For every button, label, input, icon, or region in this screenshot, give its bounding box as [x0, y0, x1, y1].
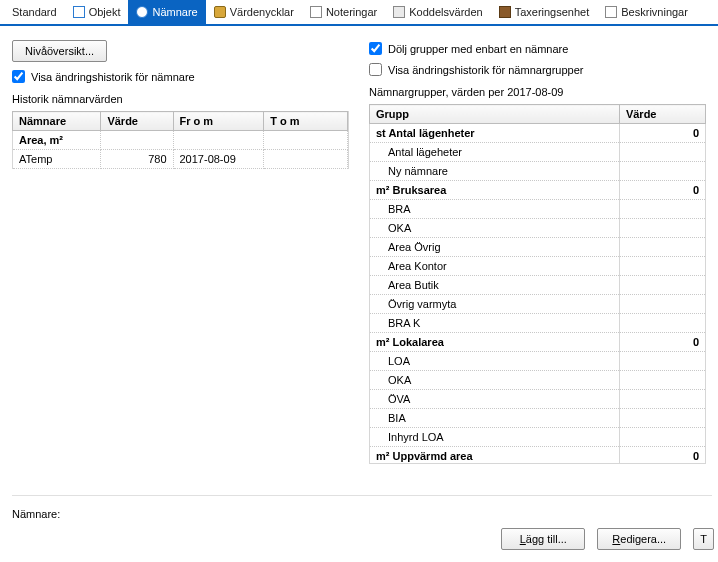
table-row[interactable]: ÖVA [370, 390, 706, 409]
table-row[interactable]: m² Lokalarea0 [370, 333, 706, 352]
table-row[interactable]: Area Övrig [370, 238, 706, 257]
table-row[interactable]: Area Kontor [370, 257, 706, 276]
grid-icon [393, 6, 405, 18]
table-row[interactable]: Antal lägeheter [370, 143, 706, 162]
table-cell: LOA [370, 352, 620, 371]
table-cell: Area Butik [370, 276, 620, 295]
tab-namnare[interactable]: Nämnare [128, 0, 205, 24]
document-icon [73, 6, 85, 18]
table-cell [619, 390, 705, 409]
left-panel: Nivåöversikt... Visa ändringshistorik fö… [12, 40, 349, 464]
nivaoversikt-button[interactable]: Nivåöversikt... [12, 40, 107, 62]
table-cell: 0 [619, 181, 705, 200]
tab-bar: Standard Objekt Nämnare Värdenycklar Not… [0, 0, 718, 26]
table-cell: m² Uppvärmd area [370, 447, 620, 465]
tab-standard[interactable]: Standard [4, 0, 65, 24]
historik-table: Nämnare Värde Fr o m T o m Area, m²ATemp… [12, 111, 348, 169]
col-grupp-varde[interactable]: Värde [619, 105, 705, 124]
tab-taxeringsenhet-label: Taxeringsenhet [515, 6, 590, 18]
table-cell: 0 [619, 124, 705, 143]
table-cell [619, 257, 705, 276]
box-icon [499, 6, 511, 18]
table-cell [619, 295, 705, 314]
table-cell [619, 162, 705, 181]
table-cell [619, 428, 705, 447]
col-namnare[interactable]: Nämnare [13, 112, 101, 131]
note-icon [310, 6, 322, 18]
bottom-bar: Nämnare: Lägg till... Redigera... T [12, 508, 718, 550]
table-cell: ATemp [13, 150, 101, 169]
table-row[interactable]: BRA [370, 200, 706, 219]
table-cell: m² Bruksarea [370, 181, 620, 200]
table-cell: Area Övrig [370, 238, 620, 257]
tab-noteringar[interactable]: Noteringar [302, 0, 385, 24]
table-row[interactable]: OKA [370, 371, 706, 390]
table-cell: Area Kontor [370, 257, 620, 276]
tab-vardenycklar[interactable]: Värdenycklar [206, 0, 302, 24]
tab-standard-label: Standard [12, 6, 57, 18]
table-cell [619, 143, 705, 162]
table-cell [173, 131, 264, 150]
table-cell [619, 200, 705, 219]
checkbox-dolj-grupper-input[interactable] [369, 42, 382, 55]
checkbox-historik-grupper-label: Visa ändringshistorik för nämnargrupper [388, 64, 583, 76]
right-section-title: Nämnargrupper, värden per 2017-08-09 [369, 86, 706, 98]
table-cell [619, 352, 705, 371]
col-tom[interactable]: T o m [264, 112, 348, 131]
table-row[interactable]: Ny nämnare [370, 162, 706, 181]
checkbox-dolj-grupper[interactable]: Dölj grupper med enbart en nämnare [369, 42, 706, 55]
table-row[interactable]: BIA [370, 409, 706, 428]
checkbox-historik-grupper[interactable]: Visa ändringshistorik för nämnargrupper [369, 63, 706, 76]
table-cell: 780 [101, 150, 173, 169]
table-cell: Ny nämnare [370, 162, 620, 181]
left-section-title: Historik nämnarvärden [12, 93, 349, 105]
tab-objekt-label: Objekt [89, 6, 121, 18]
col-varde[interactable]: Värde [101, 112, 173, 131]
tab-taxeringsenhet[interactable]: Taxeringsenhet [491, 0, 598, 24]
table-cell: m² Lokalarea [370, 333, 620, 352]
table-row[interactable]: ATemp7802017-08-09 [13, 150, 348, 169]
table-row[interactable]: Area, m² [13, 131, 348, 150]
table-row[interactable]: Area Butik [370, 276, 706, 295]
table-cell: Area, m² [13, 131, 101, 150]
col-grupp[interactable]: Grupp [370, 105, 620, 124]
table-row[interactable]: BRA K [370, 314, 706, 333]
table-cell: OKA [370, 371, 620, 390]
tab-noteringar-label: Noteringar [326, 6, 377, 18]
redigera-button[interactable]: Redigera... [597, 528, 681, 550]
table-row[interactable]: Inhyrd LOA [370, 428, 706, 447]
tab-objekt[interactable]: Objekt [65, 0, 129, 24]
table-row[interactable]: Övrig varmyta [370, 295, 706, 314]
table-cell: BRA [370, 200, 620, 219]
checkbox-historik-namnare[interactable]: Visa ändringshistorik för nämnare [12, 70, 349, 83]
description-icon [605, 6, 617, 18]
table-row[interactable]: OKA [370, 219, 706, 238]
table-cell: ÖVA [370, 390, 620, 409]
historik-header-row: Nämnare Värde Fr o m T o m [13, 112, 348, 131]
lagg-till-rest: ägg till... [526, 533, 567, 545]
table-cell [101, 131, 173, 150]
table-cell: BIA [370, 409, 620, 428]
table-cell: OKA [370, 219, 620, 238]
checkbox-historik-namnare-input[interactable] [12, 70, 25, 83]
table-cell [619, 276, 705, 295]
content-area: Nivåöversikt... Visa ändringshistorik fö… [0, 26, 718, 464]
lagg-till-button[interactable]: Lägg till... [501, 528, 585, 550]
table-cell: Antal lägeheter [370, 143, 620, 162]
key-icon [214, 6, 226, 18]
table-row[interactable]: LOA [370, 352, 706, 371]
table-cell [264, 131, 348, 150]
tab-koddelsvarden[interactable]: Koddelsvärden [385, 0, 490, 24]
checkbox-historik-namnare-label: Visa ändringshistorik för nämnare [31, 71, 195, 83]
tab-beskrivningar[interactable]: Beskrivningar [597, 0, 696, 24]
table-row[interactable]: m² Uppvärmd area0 [370, 447, 706, 465]
table-row[interactable]: m² Bruksarea0 [370, 181, 706, 200]
extra-button[interactable]: T [693, 528, 714, 550]
col-from[interactable]: Fr o m [173, 112, 264, 131]
checkbox-historik-grupper-input[interactable] [369, 63, 382, 76]
table-row[interactable]: st Antal lägenheter0 [370, 124, 706, 143]
table-cell: st Antal lägenheter [370, 124, 620, 143]
grupper-header-row: Grupp Värde [370, 105, 706, 124]
table-cell [619, 314, 705, 333]
table-cell: 0 [619, 447, 705, 465]
